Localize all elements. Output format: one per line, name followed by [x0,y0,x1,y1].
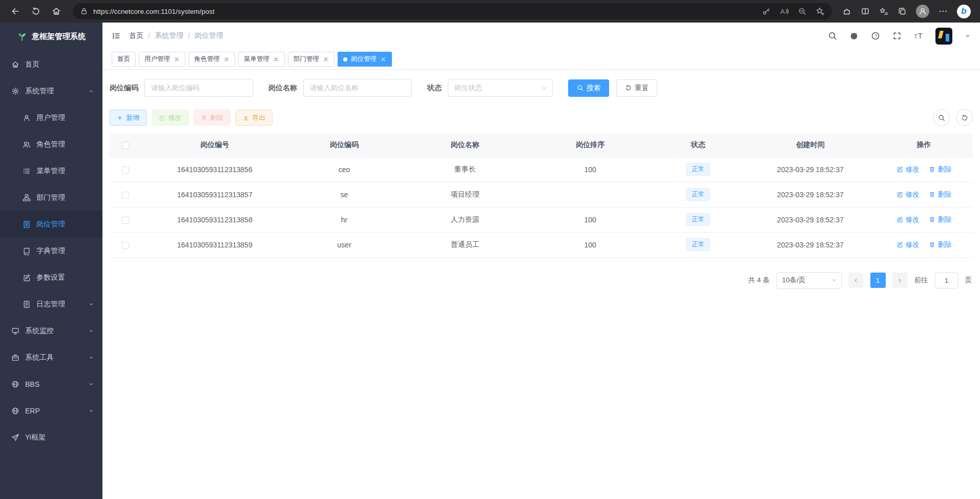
tab-home[interactable]: 首页 [112,52,136,67]
split-screen-icon[interactable] [861,7,870,16]
breadcrumb-system-management[interactable]: 系统管理 [155,31,183,40]
address-bar[interactable]: https://ccnetcore.com:1101/system/post [73,3,832,19]
row-edit-button[interactable]: 修改 [896,190,920,199]
search-button[interactable]: 搜索 [568,79,609,97]
more-menu-icon[interactable] [939,7,948,16]
sidebar-item-system-management[interactable]: 系统管理 [0,78,102,105]
edit-icon [23,274,31,282]
post-code-input[interactable] [144,79,253,97]
globe-icon [11,407,19,415]
screen: https://ccnetcore.com:1101/system/post b [0,0,980,499]
sidebar-item-post-management[interactable]: 岗位管理 [0,211,102,238]
browser-home-button[interactable] [47,3,66,20]
row-edit-button[interactable]: 修改 [896,215,920,224]
sidebar-item-yi-framework[interactable]: Yi框架 [0,424,102,451]
row-edit-button[interactable]: 修改 [896,165,920,174]
toggle-search-button[interactable] [933,109,950,126]
reload-button[interactable] [27,3,45,20]
tab-user-management[interactable]: 用户管理 [139,52,185,67]
close-icon[interactable] [323,56,329,63]
sidebar-item-erp[interactable]: ERP [0,398,102,424]
extensions-icon[interactable] [842,7,851,16]
row-edit-button[interactable]: 修改 [896,240,920,249]
post-name-input[interactable] [303,79,412,97]
github-icon[interactable] [849,31,859,40]
download-icon [243,115,249,121]
menu-fold-icon[interactable] [112,31,121,40]
close-icon[interactable] [273,56,279,63]
goto-page-input[interactable] [935,273,958,288]
chevron-down-icon [88,355,94,361]
search-icon[interactable] [828,31,837,40]
cell-post-code: user [288,232,400,257]
next-page-button[interactable] [892,273,908,288]
close-icon[interactable] [380,56,386,63]
refresh-table-button[interactable] [956,109,973,126]
sidebar-item-user-management[interactable]: 用户管理 [0,105,102,131]
sidebar-item-role-management[interactable]: 角色管理 [0,131,102,158]
cell-post-name: 董事长 [400,157,530,182]
tab-post-management[interactable]: 岗位管理 [338,52,392,67]
chevron-down-icon[interactable] [965,33,971,39]
export-button[interactable]: 导出 [236,110,273,126]
status-select[interactable]: 岗位状态 [448,79,553,97]
page-1-button[interactable]: 1 [870,273,886,288]
refresh-icon [625,85,632,91]
list-icon [23,167,31,175]
breadcrumb-home[interactable]: 首页 [129,31,143,40]
edit-button[interactable]: 修改 [152,110,189,126]
sidebar-item-bbs[interactable]: BBS [0,371,102,398]
prev-page-button[interactable] [848,273,864,288]
avatar-logo-shape [946,34,949,41]
sidebar-item-menu-management[interactable]: 菜单管理 [0,158,102,184]
cell-post-id: 1641030593112313858 [141,207,288,232]
tab-department-management[interactable]: 部门管理 [288,52,335,67]
sidebar-item-department-management[interactable]: 部门管理 [0,184,102,211]
help-icon[interactable] [871,31,880,40]
sidebar-item-system-tools[interactable]: 系统工具 [0,344,102,371]
row-delete-button[interactable]: 删除 [929,215,952,224]
tab-role-management[interactable]: 角色管理 [189,52,235,67]
chevron-down-icon [831,277,837,283]
table-row: 1641030593112313857 se 项目经理 正常 2023-03-2… [110,182,973,207]
back-button[interactable] [6,3,25,20]
sidebar-item-dictionary-management[interactable]: 字典管理 [0,238,102,264]
row-checkbox[interactable] [122,167,129,174]
font-size-icon[interactable] [914,31,923,40]
page-size-select[interactable]: 10条/页 [777,272,842,289]
read-aloud-icon[interactable] [780,7,789,16]
row-checkbox[interactable] [122,217,129,224]
sidebar-item-home[interactable]: 首页 [0,51,102,78]
row-delete-button[interactable]: 删除 [929,190,952,199]
chevron-left-icon [852,277,859,284]
row-delete-button[interactable]: 删除 [929,165,952,174]
add-button[interactable]: 新增 [110,110,147,126]
total-count: 共 4 条 [748,276,769,285]
sidebar-item-system-monitoring[interactable]: 系统监控 [0,318,102,344]
sidebar-item-log-management[interactable]: 日志管理 [0,291,102,318]
close-icon[interactable] [223,56,230,63]
table-utility-buttons [933,109,973,126]
favorites-icon[interactable] [879,7,888,16]
row-checkbox[interactable] [122,192,129,199]
zoom-out-icon[interactable] [798,7,806,15]
reset-button[interactable]: 重置 [616,79,657,97]
bing-copilot-icon[interactable]: b [957,5,971,18]
fullscreen-icon[interactable] [892,31,902,40]
plus-icon [117,115,123,121]
chevron-down-icon [541,85,547,91]
sidebar-item-parameter-settings[interactable]: 参数设置 [0,264,102,291]
password-key-icon[interactable] [762,7,770,15]
select-all-checkbox[interactable] [122,142,129,149]
back-icon [11,7,20,16]
paper-plane-icon [11,433,19,442]
tab-menu-management[interactable]: 菜单管理 [238,52,285,67]
collections-icon[interactable] [898,7,907,16]
add-favorite-star-icon[interactable] [816,7,825,16]
profile-avatar[interactable] [916,5,929,18]
user-avatar[interactable] [935,28,952,45]
delete-button[interactable]: 删除 [194,110,231,126]
row-delete-button[interactable]: 删除 [929,240,952,249]
close-icon[interactable] [174,56,180,63]
row-checkbox[interactable] [122,242,129,249]
